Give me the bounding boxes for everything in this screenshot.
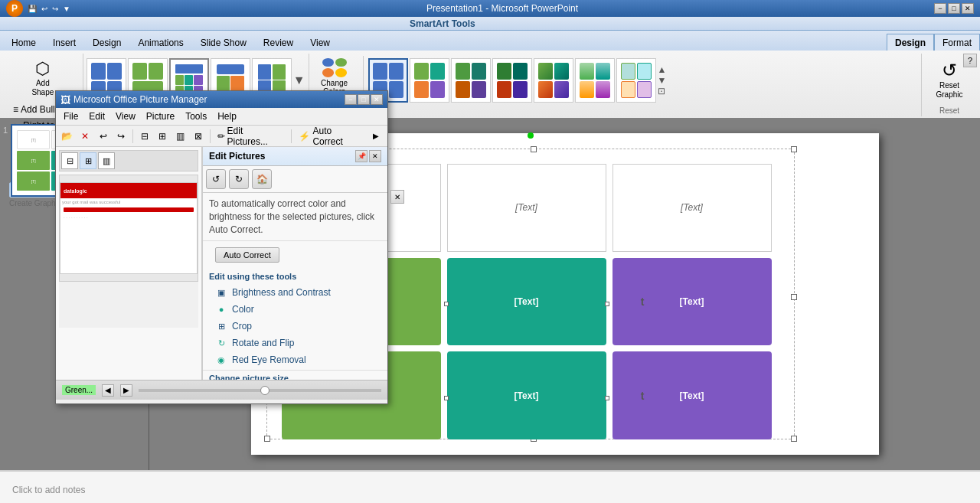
quick-access-undo[interactable]: ↩ bbox=[41, 5, 47, 13]
cell-handle-l[interactable] bbox=[444, 302, 449, 306]
handle-tr[interactable] bbox=[791, 146, 797, 152]
quick-access-save[interactable]: 💾 bbox=[28, 5, 37, 13]
pic-tool-view1[interactable]: ⊟ bbox=[136, 128, 152, 145]
tab-animations[interactable]: Animations bbox=[129, 34, 191, 51]
auto-correct-label: Auto Correct bbox=[312, 126, 362, 147]
pic-status-green: Green... bbox=[62, 385, 96, 395]
edit-nav-home[interactable]: 🏠 bbox=[252, 169, 272, 189]
smartart-style-5[interactable] bbox=[534, 58, 573, 103]
close-button[interactable]: ✕ bbox=[962, 3, 974, 14]
edit-nav-back[interactable]: ↺ bbox=[206, 169, 226, 189]
rotate-icon: ↻ bbox=[215, 337, 227, 349]
tab-review[interactable]: Review bbox=[255, 34, 302, 51]
tab-insert[interactable]: Insert bbox=[44, 34, 84, 51]
handle-mr[interactable] bbox=[791, 294, 797, 300]
minimize-button[interactable]: − bbox=[934, 3, 946, 14]
tab-smartart-design[interactable]: Design bbox=[887, 34, 934, 51]
smartart-style-4[interactable] bbox=[492, 58, 532, 103]
quick-access-dropdown[interactable]: ▼ bbox=[63, 5, 70, 13]
pic-tool-edit-icon: ✏ bbox=[217, 131, 225, 142]
smartart-style-6[interactable] bbox=[575, 58, 615, 103]
auto-correct-wrapper: Auto Correct bbox=[203, 241, 387, 269]
smartart-styles-group: Change Colors ▼ bbox=[309, 54, 922, 116]
smartart-tools-bar: SmartArt Tools bbox=[0, 17, 980, 31]
pic-status-prev[interactable]: ◀ bbox=[102, 384, 114, 397]
pic-tool-auto-correct[interactable]: ⚡ Auto Correct bbox=[295, 128, 366, 145]
slide-number-1: 1 bbox=[3, 126, 8, 135]
edit-tool-brightness[interactable]: ▣ Brightness and Contrast bbox=[203, 284, 387, 301]
pic-manager-menubar: File Edit View Picture Tools Help bbox=[56, 108, 387, 126]
pic-thumb-view-2[interactable]: ⊞ bbox=[80, 152, 96, 169]
help-button[interactable]: ? bbox=[963, 54, 977, 67]
handle-tc[interactable] bbox=[531, 146, 537, 152]
maximize-button[interactable]: □ bbox=[948, 3, 960, 14]
pic-tool-view4[interactable]: ⊠ bbox=[190, 128, 206, 145]
smartart-styles-more[interactable]: ⊡ bbox=[658, 86, 667, 96]
pic-manager-window: 🖼 Microsoft Office Picture Manager − □ ✕… bbox=[55, 90, 388, 404]
quick-access-redo[interactable]: ↪ bbox=[52, 5, 58, 13]
handle-bl[interactable] bbox=[264, 436, 270, 442]
smartart-cell-bot-2[interactable]: [Text] t bbox=[447, 351, 606, 439]
edit-panel-close[interactable]: ✕ bbox=[369, 150, 381, 162]
pic-slider-thumb[interactable] bbox=[260, 386, 270, 395]
pic-toolbar-more[interactable]: ▶ bbox=[368, 128, 384, 145]
handle-br[interactable] bbox=[791, 436, 797, 442]
edit-nav-forward[interactable]: ↻ bbox=[229, 169, 249, 189]
auto-correct-button[interactable]: Auto Correct bbox=[215, 247, 279, 263]
pic-thumb-view-3[interactable]: ▥ bbox=[98, 152, 115, 169]
pic-menu-tools[interactable]: Tools bbox=[181, 109, 211, 123]
pic-tool-view2[interactable]: ⊞ bbox=[154, 128, 170, 145]
smartart-cell-top-3[interactable]: [Text] bbox=[612, 164, 772, 252]
brightness-label: Brightness and Contrast bbox=[232, 287, 331, 298]
panel-close-overlay[interactable]: ✕ bbox=[390, 190, 404, 204]
pic-status-next[interactable]: ▶ bbox=[120, 384, 132, 397]
smartart-styles-scroll-down[interactable]: ▼ bbox=[658, 75, 667, 86]
pic-manager-maximize[interactable]: □ bbox=[358, 94, 370, 105]
pic-menu-help[interactable]: Help bbox=[213, 109, 241, 123]
pic-menu-view[interactable]: View bbox=[111, 109, 140, 123]
tab-slideshow[interactable]: Slide Show bbox=[192, 34, 255, 51]
pic-manager-close[interactable]: ✕ bbox=[371, 94, 383, 105]
pic-tool-undo[interactable]: ↩ bbox=[95, 128, 111, 145]
tab-smartart-format[interactable]: Format bbox=[934, 34, 980, 51]
pic-zoom-slider[interactable] bbox=[139, 389, 381, 392]
pic-manager-minimize[interactable]: − bbox=[345, 94, 357, 105]
pic-menu-edit[interactable]: Edit bbox=[84, 109, 109, 123]
pic-menu-picture[interactable]: Picture bbox=[142, 109, 179, 123]
pic-manager-icon: 🖼 bbox=[60, 94, 70, 106]
pic-menu-file[interactable]: File bbox=[59, 109, 83, 123]
smartart-cell-top-2[interactable]: [Text] bbox=[447, 164, 606, 252]
edit-tool-rotate[interactable]: ↻ Rotate and Flip bbox=[203, 335, 387, 351]
edit-panel-pin[interactable]: 📌 bbox=[355, 150, 368, 162]
smartart-styles-scroll-up[interactable]: ▲ bbox=[658, 64, 667, 75]
smartart-style-7[interactable] bbox=[616, 58, 656, 103]
pic-tool-edit-pictures[interactable]: ✏ Edit Pictures... bbox=[214, 128, 289, 145]
pic-thumb-view-1[interactable]: ⊟ bbox=[61, 152, 78, 169]
edit-tool-red-eye[interactable]: ◉ Red Eye Removal bbox=[203, 351, 387, 368]
edit-description: To automatically correct color and brigh… bbox=[203, 193, 387, 241]
tab-home[interactable]: Home bbox=[3, 34, 44, 51]
cell-handle-r[interactable] bbox=[605, 302, 609, 306]
pic-tool-close[interactable]: ✕ bbox=[77, 128, 93, 145]
edit-description-text: To automatically correct color and brigh… bbox=[209, 198, 374, 235]
smartart-style-3[interactable] bbox=[451, 58, 491, 103]
notes-area[interactable]: Click to add notes bbox=[0, 470, 980, 503]
edit-tool-color[interactable]: ● Color bbox=[203, 301, 387, 318]
tab-view[interactable]: View bbox=[302, 34, 338, 51]
bot-handle-r[interactable] bbox=[605, 396, 609, 400]
pic-tool-open[interactable]: 📂 bbox=[59, 128, 75, 145]
edit-tool-crop[interactable]: ⊞ Crop bbox=[203, 318, 387, 335]
smartart-cell-mid-2[interactable]: [Text] t bbox=[447, 258, 606, 346]
pic-tool-redo[interactable]: ↪ bbox=[113, 128, 129, 145]
pic-manager-toolbar: 📂 ✕ ↩ ↪ ⊟ ⊞ ▥ ⊠ ✏ Edit Pictures... ⚡ Aut… bbox=[56, 126, 387, 147]
smartart-cell-mid-3[interactable]: [Text] bbox=[612, 258, 772, 346]
tab-design[interactable]: Design bbox=[84, 34, 129, 51]
smartart-cell-bot-3[interactable]: [Text] bbox=[612, 351, 772, 439]
crop-icon: ⊞ bbox=[215, 320, 227, 332]
pic-manager-title-label: Microsoft Office Picture Manager bbox=[74, 94, 207, 105]
smartart-style-2[interactable] bbox=[410, 58, 449, 103]
layouts-scroll-down[interactable]: ▼ bbox=[293, 73, 305, 87]
bot-handle-l[interactable] bbox=[444, 396, 449, 400]
pic-tool-view3[interactable]: ▥ bbox=[172, 128, 188, 145]
rotation-handle[interactable] bbox=[528, 132, 534, 139]
